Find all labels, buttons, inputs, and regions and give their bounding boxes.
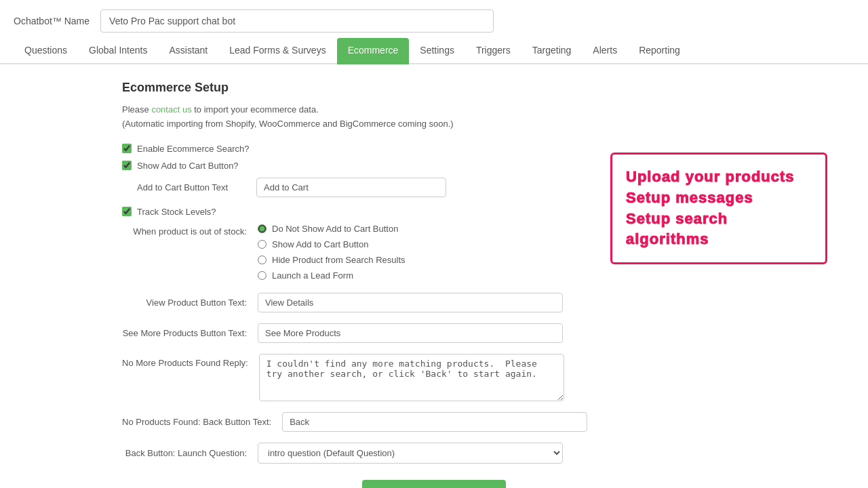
nav-settings[interactable]: Settings [409,38,465,64]
section-description: Please contact us to import your ecommer… [122,103,746,131]
section-title: Ecommerce Setup [122,81,746,95]
desc-sub: (Automatic importing from Shopify, WooCo… [122,119,454,129]
contact-link[interactable]: contact us [151,104,191,115]
oos-option-3: Hide Product from Search Results [258,255,406,265]
oos-radio-4[interactable] [258,271,267,280]
oos-option-4: Launch a Lead Form [258,270,406,281]
oos-label-2[interactable]: Show Add to Cart Button [272,239,368,249]
see-more-row: See More Products Button Text: [122,323,746,343]
desc-prefix: Please [122,104,151,115]
see-more-input[interactable] [258,323,563,343]
no-products-label: No Products Found: Back Button Text: [122,417,282,427]
track-stock-checkbox[interactable] [122,207,132,216]
nav-questions[interactable]: Questions [14,38,78,64]
no-more-label: No More Products Found Reply: [122,354,259,368]
enable-ecommerce-label[interactable]: Enable Ecommerce Search? [137,144,249,154]
view-product-label: View Product Button Text: [122,298,258,308]
back-button-select[interactable]: intro question (Default Question) [258,443,563,464]
add-to-cart-btn-input[interactable] [256,178,446,197]
bot-name-input[interactable] [100,9,494,33]
oos-radio-1[interactable] [258,224,267,233]
desc-suffix: to import your ecommerce data. [192,104,319,115]
header: Ochatbot™ Name [0,0,868,38]
no-products-input[interactable] [282,412,587,432]
oos-label-3[interactable]: Hide Product from Search Results [272,255,406,265]
oos-option-1: Do Not Show Add to Cart Button [258,224,406,234]
no-more-textarea[interactable]: I couldn't find any more matching produc… [259,354,564,401]
nav-reporting[interactable]: Reporting [628,38,691,64]
main-nav: Questions Global Intents Assistant Lead … [0,38,868,64]
save-button-row: Save Ecommerce Settings [122,480,746,488]
back-button-row: Back Button: Launch Question: intro ques… [122,443,746,464]
oos-radio-2[interactable] [258,240,267,249]
view-product-row: View Product Button Text: [122,293,746,312]
show-add-to-cart-checkbox[interactable] [122,161,132,170]
nav-triggers[interactable]: Triggers [465,38,521,64]
save-ecommerce-button[interactable]: Save Ecommerce Settings [362,480,507,488]
content-area: Ecommerce Setup Please contact us to imp… [0,64,868,488]
nav-targeting[interactable]: Targeting [521,38,583,64]
enable-ecommerce-checkbox[interactable] [122,144,132,153]
promo-line3: Setup search algorithms [626,209,812,251]
track-stock-label[interactable]: Track Stock Levels? [137,207,216,217]
nav-assistant[interactable]: Assistant [158,38,218,64]
show-add-to-cart-label[interactable]: Show Add to Cart Button? [137,161,239,171]
nav-global-intents[interactable]: Global Intents [78,38,158,64]
bot-name-label: Ochatbot™ Name [14,16,90,26]
promo-line1: Upload your products [626,167,812,188]
oos-label-1[interactable]: Do Not Show Add to Cart Button [272,224,398,234]
out-of-stock-options: Do Not Show Add to Cart Button Show Add … [258,224,406,281]
promo-line2: Setup messages [626,188,812,209]
no-products-row: No Products Found: Back Button Text: [122,412,746,432]
add-to-cart-btn-label: Add to Cart Button Text [137,182,245,192]
out-of-stock-label: When product is out of stock: [122,224,258,237]
nav-lead-forms[interactable]: Lead Forms & Surveys [218,38,336,64]
nav-ecommerce[interactable]: Ecommerce [337,38,410,64]
oos-radio-3[interactable] [258,256,267,264]
promo-box: Upload your products Setup messages Setu… [610,152,827,264]
back-button-label: Back Button: Launch Question: [122,448,258,458]
nav-alerts[interactable]: Alerts [582,38,628,64]
view-product-input[interactable] [258,293,563,312]
see-more-label: See More Products Button Text: [122,328,258,338]
oos-label-4[interactable]: Launch a Lead Form [272,270,353,281]
no-more-row: No More Products Found Reply: I couldn't… [122,354,746,401]
oos-option-2: Show Add to Cart Button [258,239,406,249]
